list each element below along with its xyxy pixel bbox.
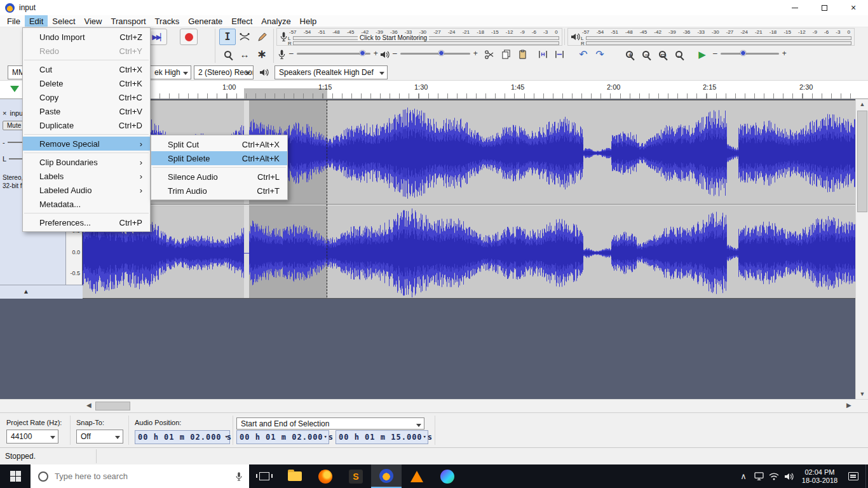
start-button[interactable] — [0, 464, 31, 488]
zoom-tool-button[interactable] — [219, 46, 236, 62]
action-center-button[interactable] — [843, 464, 864, 488]
timeline-pin-icon[interactable] — [10, 86, 19, 92]
silence-audio-button[interactable] — [552, 47, 567, 62]
spinner-arrow-icon[interactable]: ▾ — [225, 433, 229, 440]
snap-to-dropdown[interactable]: Off — [76, 430, 123, 444]
play-speed-slider[interactable]: – + — [713, 49, 787, 58]
horizontal-scrollbar[interactable]: ◀ ▶ — [0, 399, 868, 412]
menu-item-copy[interactable]: Copy Ctrl+C — [23, 90, 150, 104]
menubar-tracks[interactable]: Tracks — [151, 15, 184, 27]
menubar-select[interactable]: Select — [48, 15, 79, 27]
taskbar-vlc[interactable] — [402, 464, 432, 488]
recording-meter[interactable]: -57-54-51-48-45-42-39-36-33-30-27-24-21-… — [276, 28, 562, 46]
record-button[interactable] — [180, 29, 198, 45]
copy-button[interactable] — [498, 47, 513, 62]
tray-pc-button[interactable] — [751, 464, 766, 488]
menu-item-paste[interactable]: Paste Ctrl+V — [23, 104, 150, 118]
close-track-button[interactable]: × — [3, 109, 6, 117]
track-collapse-bar[interactable]: ▲ — [0, 285, 83, 299]
submenu-item-split-cut[interactable]: Split Cut Ctrl+Alt+X — [151, 137, 287, 151]
playback-volume-thumb[interactable] — [438, 50, 444, 56]
maximize-button[interactable] — [810, 0, 839, 15]
timeshift-tool-button[interactable]: ↔ — [236, 46, 253, 62]
tray-wifi-button[interactable] — [766, 464, 782, 488]
menu-item-delete[interactable]: Delete Ctrl+K — [23, 76, 150, 90]
selection-end-field[interactable]: 00 h 01 m 15.000 s ▾ — [336, 430, 428, 444]
taskbar-search[interactable] — [31, 464, 249, 488]
submenu-item-trim-audio[interactable]: Trim Audio Ctrl+T — [151, 184, 287, 198]
search-mic-icon[interactable] — [235, 471, 243, 482]
project-rate-dropdown[interactable]: 44100 — [6, 430, 58, 444]
scroll-up-icon[interactable]: ▲ — [856, 101, 868, 107]
taskbar-clock[interactable]: 02:04 PM 18-03-2018 — [797, 468, 843, 485]
skip-to-end-button[interactable]: ▶▶▏ — [149, 29, 167, 45]
horizontal-scroll-thumb[interactable] — [95, 402, 130, 410]
audio-position-field[interactable]: 00 h 01 m 02.000 s ▾ — [135, 430, 230, 444]
recording-volume-thumb[interactable] — [360, 50, 365, 56]
zoom-in-button[interactable]: + — [621, 47, 637, 62]
menubar-file[interactable]: File — [3, 15, 25, 27]
menu-item-cut[interactable]: Cut Ctrl+X — [23, 62, 150, 76]
menubar-effect[interactable]: Effect — [227, 15, 257, 27]
taskbar-file-explorer[interactable] — [280, 464, 310, 488]
play-speed-thumb[interactable] — [740, 50, 746, 56]
taskbar-audacity[interactable] — [371, 464, 402, 488]
play-at-speed-button[interactable]: ▶ — [695, 47, 710, 62]
trim-audio-button[interactable] — [535, 47, 550, 62]
draw-tool-button[interactable] — [254, 29, 270, 45]
selection-start-field[interactable]: 00 h 01 m 02.000 s ▾ — [236, 430, 329, 444]
selection-tool-button[interactable]: I — [219, 29, 236, 45]
menubar-analyze[interactable]: Analyze — [257, 15, 295, 27]
menu-item-labels[interactable]: Labels › — [23, 169, 150, 183]
spinner-arrow-icon[interactable]: ▾ — [423, 433, 427, 440]
envelope-tool-button[interactable] — [236, 29, 253, 45]
fit-project-button[interactable]: ↔ — [671, 47, 686, 62]
recording-meter-bars[interactable]: -57-54-51-48-45-42-39-36-33-30-27-24-21-… — [288, 29, 559, 44]
scroll-right-icon[interactable]: ▶ — [846, 402, 851, 409]
minimize-button[interactable] — [780, 0, 810, 15]
tray-volume-button[interactable] — [782, 464, 797, 488]
menu-item-redo[interactable]: Redo Ctrl+Y — [23, 44, 150, 58]
playback-volume-slider[interactable]: – + — [393, 49, 478, 58]
menubar-view[interactable]: View — [80, 15, 107, 27]
menubar-generate[interactable]: Generate — [184, 15, 227, 27]
recording-device-dropdown[interactable]: ek High — [151, 65, 191, 79]
multi-tool-button[interactable]: ∗ — [254, 46, 270, 62]
menu-item-duplicate[interactable]: Duplicate Ctrl+D — [23, 118, 150, 132]
spinner-arrow-icon[interactable]: ▾ — [324, 433, 328, 440]
recording-channels-dropdown[interactable]: 2 (Stereo) Recor — [194, 65, 254, 79]
undo-button[interactable]: ↶ — [576, 47, 591, 62]
task-view-button[interactable] — [249, 464, 280, 488]
vertical-scroll-thumb[interactable] — [857, 111, 867, 212]
menu-item-clip-boundaries[interactable]: Clip Boundaries › — [23, 155, 150, 169]
menubar-transport[interactable]: Transport — [106, 15, 150, 27]
fit-selection-button[interactable]: ▭ — [654, 47, 670, 62]
recording-volume-slider[interactable]: – + — [289, 49, 378, 58]
tray-expand-button[interactable]: ∧ — [736, 464, 751, 488]
menu-item-labeled-audio[interactable]: Labeled Audio › — [23, 183, 150, 197]
selection-mode-dropdown[interactable]: Start and End of Selection — [236, 417, 424, 430]
zoom-out-button[interactable]: − — [638, 47, 653, 62]
redo-button[interactable]: ↷ — [592, 47, 607, 62]
playback-meter[interactable]: -57-54-51-48-45-42-39-36-33-30-27-24-21-… — [567, 28, 855, 46]
show-desktop-button[interactable] — [865, 464, 868, 488]
monitoring-hint[interactable]: Click to Start Monitoring — [358, 34, 429, 41]
menubar-help[interactable]: Help — [295, 15, 322, 27]
close-button[interactable]: × — [839, 0, 868, 15]
cut-button[interactable] — [482, 47, 497, 62]
submenu-item-split-delete[interactable]: Split Delete Ctrl+Alt+K — [151, 151, 287, 165]
taskbar-sublime[interactable]: S — [341, 464, 371, 488]
menubar-edit[interactable]: Edit — [25, 15, 48, 27]
search-input[interactable] — [55, 471, 235, 481]
vertical-scrollbar[interactable]: ▲ ▼ — [855, 99, 868, 399]
playback-meter-bars[interactable]: -57-54-51-48-45-42-39-36-33-30-27-24-21-… — [581, 29, 851, 44]
paste-button[interactable] — [515, 47, 530, 62]
playback-device-dropdown[interactable]: Speakers (Realtek High Def — [275, 65, 388, 79]
menu-item-preferences[interactable]: Preferences... Ctrl+P — [23, 215, 150, 229]
menu-item-metadata[interactable]: Metadata... — [23, 197, 150, 211]
submenu-item-silence-audio[interactable]: Silence Audio Ctrl+L — [151, 170, 287, 184]
scroll-down-icon[interactable]: ▼ — [856, 391, 868, 397]
menu-item-remove-special[interactable]: Remove Special › — [23, 137, 150, 151]
taskbar-firefox[interactable] — [310, 464, 341, 488]
taskbar-app[interactable] — [432, 464, 463, 488]
